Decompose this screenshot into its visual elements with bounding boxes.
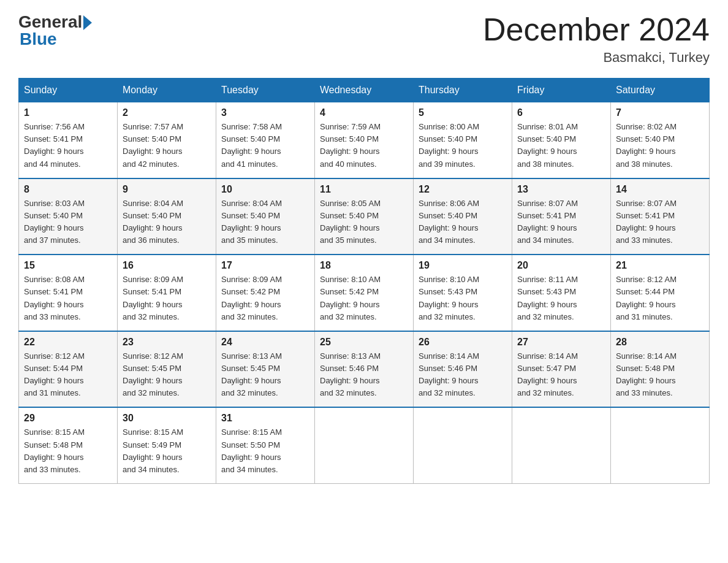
calendar-cell: 2 Sunrise: 7:57 AMSunset: 5:40 PMDayligh… [118, 102, 216, 178]
calendar-week-row: 8 Sunrise: 8:03 AMSunset: 5:40 PMDayligh… [19, 178, 710, 255]
calendar-header-row: SundayMondayTuesdayWednesdayThursdayFrid… [19, 79, 710, 102]
day-info: Sunrise: 7:57 AMSunset: 5:40 PMDaylight:… [123, 122, 183, 168]
logo: General Blue [18, 12, 92, 49]
day-info: Sunrise: 8:05 AMSunset: 5:40 PMDaylight:… [320, 199, 381, 245]
calendar-cell: 11 Sunrise: 8:05 AMSunset: 5:40 PMDaylig… [315, 178, 414, 255]
day-info: Sunrise: 8:00 AMSunset: 5:40 PMDaylight:… [419, 122, 479, 168]
day-number: 17 [221, 260, 309, 271]
calendar-header-tuesday: Tuesday [216, 79, 315, 102]
day-info: Sunrise: 8:07 AMSunset: 5:41 PMDaylight:… [517, 199, 578, 245]
day-number: 23 [123, 337, 211, 348]
day-info: Sunrise: 8:12 AMSunset: 5:45 PMDaylight:… [123, 351, 183, 397]
page-header: General Blue December 2024 Basmakci, Tur… [18, 12, 710, 66]
calendar-cell [512, 407, 611, 483]
calendar-cell: 16 Sunrise: 8:09 AMSunset: 5:41 PMDaylig… [118, 255, 216, 331]
calendar-cell: 8 Sunrise: 8:03 AMSunset: 5:40 PMDayligh… [19, 178, 118, 255]
day-info: Sunrise: 8:15 AMSunset: 5:49 PMDaylight:… [123, 427, 183, 473]
calendar-cell: 17 Sunrise: 8:09 AMSunset: 5:42 PMDaylig… [216, 255, 315, 331]
day-number: 2 [123, 107, 211, 118]
calendar-cell: 23 Sunrise: 8:12 AMSunset: 5:45 PMDaylig… [118, 331, 216, 408]
calendar-cell: 7 Sunrise: 8:02 AMSunset: 5:40 PMDayligh… [611, 102, 710, 178]
calendar-cell [611, 407, 710, 483]
day-number: 18 [320, 260, 408, 271]
day-number: 21 [616, 260, 704, 271]
logo-blue-text: Blue [20, 29, 57, 49]
calendar-header-saturday: Saturday [611, 79, 710, 102]
calendar-cell: 24 Sunrise: 8:13 AMSunset: 5:45 PMDaylig… [216, 331, 315, 408]
day-info: Sunrise: 8:14 AMSunset: 5:48 PMDaylight:… [616, 351, 677, 397]
day-number: 6 [517, 107, 605, 118]
day-number: 30 [123, 413, 211, 424]
title-block: December 2024 Basmakci, Turkey [483, 12, 710, 66]
day-number: 16 [123, 260, 211, 271]
day-info: Sunrise: 8:11 AMSunset: 5:43 PMDaylight:… [517, 275, 578, 321]
day-info: Sunrise: 8:10 AMSunset: 5:43 PMDaylight:… [419, 275, 479, 321]
calendar-cell: 5 Sunrise: 8:00 AMSunset: 5:40 PMDayligh… [414, 102, 512, 178]
calendar-week-row: 29 Sunrise: 8:15 AMSunset: 5:48 PMDaylig… [19, 407, 710, 483]
calendar-cell: 27 Sunrise: 8:14 AMSunset: 5:47 PMDaylig… [512, 331, 611, 408]
day-number: 27 [517, 337, 605, 348]
day-number: 8 [24, 184, 112, 195]
day-number: 11 [320, 184, 408, 195]
calendar-cell: 4 Sunrise: 7:59 AMSunset: 5:40 PMDayligh… [315, 102, 414, 178]
calendar-cell: 12 Sunrise: 8:06 AMSunset: 5:40 PMDaylig… [414, 178, 512, 255]
day-number: 19 [419, 260, 507, 271]
calendar-header-sunday: Sunday [19, 79, 118, 102]
calendar-cell: 13 Sunrise: 8:07 AMSunset: 5:41 PMDaylig… [512, 178, 611, 255]
calendar-cell: 21 Sunrise: 8:12 AMSunset: 5:44 PMDaylig… [611, 255, 710, 331]
day-number: 1 [24, 107, 112, 118]
day-info: Sunrise: 8:09 AMSunset: 5:41 PMDaylight:… [123, 275, 183, 321]
day-info: Sunrise: 8:01 AMSunset: 5:40 PMDaylight:… [517, 122, 578, 168]
calendar-cell: 30 Sunrise: 8:15 AMSunset: 5:49 PMDaylig… [118, 407, 216, 483]
calendar-week-row: 22 Sunrise: 8:12 AMSunset: 5:44 PMDaylig… [19, 331, 710, 408]
calendar-cell: 25 Sunrise: 8:13 AMSunset: 5:46 PMDaylig… [315, 331, 414, 408]
calendar-week-row: 15 Sunrise: 8:08 AMSunset: 5:41 PMDaylig… [19, 255, 710, 331]
day-info: Sunrise: 8:14 AMSunset: 5:47 PMDaylight:… [517, 351, 578, 397]
calendar-cell: 28 Sunrise: 8:14 AMSunset: 5:48 PMDaylig… [611, 331, 710, 408]
day-info: Sunrise: 8:13 AMSunset: 5:45 PMDaylight:… [221, 351, 282, 397]
day-info: Sunrise: 8:07 AMSunset: 5:41 PMDaylight:… [616, 199, 677, 245]
day-number: 26 [419, 337, 507, 348]
day-number: 31 [221, 413, 309, 424]
day-number: 14 [616, 184, 704, 195]
day-number: 4 [320, 107, 408, 118]
day-info: Sunrise: 8:08 AMSunset: 5:41 PMDaylight:… [24, 275, 85, 321]
calendar-cell [414, 407, 512, 483]
day-number: 28 [616, 337, 704, 348]
day-number: 25 [320, 337, 408, 348]
day-info: Sunrise: 8:15 AMSunset: 5:48 PMDaylight:… [24, 427, 85, 473]
day-info: Sunrise: 7:59 AMSunset: 5:40 PMDaylight:… [320, 122, 381, 168]
day-number: 22 [24, 337, 112, 348]
day-number: 10 [221, 184, 309, 195]
calendar-cell: 22 Sunrise: 8:12 AMSunset: 5:44 PMDaylig… [19, 331, 118, 408]
calendar-cell: 31 Sunrise: 8:15 AMSunset: 5:50 PMDaylig… [216, 407, 315, 483]
calendar-table: SundayMondayTuesdayWednesdayThursdayFrid… [18, 78, 710, 484]
calendar-cell: 19 Sunrise: 8:10 AMSunset: 5:43 PMDaylig… [414, 255, 512, 331]
calendar-week-row: 1 Sunrise: 7:56 AMSunset: 5:41 PMDayligh… [19, 102, 710, 178]
day-number: 7 [616, 107, 704, 118]
logo-arrow-icon [83, 15, 92, 30]
calendar-header-friday: Friday [512, 79, 611, 102]
day-info: Sunrise: 8:12 AMSunset: 5:44 PMDaylight:… [24, 351, 85, 397]
calendar-header-monday: Monday [118, 79, 216, 102]
day-info: Sunrise: 8:10 AMSunset: 5:42 PMDaylight:… [320, 275, 381, 321]
day-info: Sunrise: 8:04 AMSunset: 5:40 PMDaylight:… [221, 199, 282, 245]
day-info: Sunrise: 8:03 AMSunset: 5:40 PMDaylight:… [24, 199, 85, 245]
day-info: Sunrise: 7:56 AMSunset: 5:41 PMDaylight:… [24, 122, 85, 168]
calendar-cell: 15 Sunrise: 8:08 AMSunset: 5:41 PMDaylig… [19, 255, 118, 331]
calendar-header-wednesday: Wednesday [315, 79, 414, 102]
calendar-cell: 3 Sunrise: 7:58 AMSunset: 5:40 PMDayligh… [216, 102, 315, 178]
day-info: Sunrise: 7:58 AMSunset: 5:40 PMDaylight:… [221, 122, 282, 168]
day-info: Sunrise: 8:15 AMSunset: 5:50 PMDaylight:… [221, 427, 282, 473]
calendar-cell: 9 Sunrise: 8:04 AMSunset: 5:40 PMDayligh… [118, 178, 216, 255]
calendar-cell: 26 Sunrise: 8:14 AMSunset: 5:46 PMDaylig… [414, 331, 512, 408]
calendar-header-thursday: Thursday [414, 79, 512, 102]
calendar-cell [315, 407, 414, 483]
day-number: 15 [24, 260, 112, 271]
day-number: 13 [517, 184, 605, 195]
day-number: 9 [123, 184, 211, 195]
day-info: Sunrise: 8:13 AMSunset: 5:46 PMDaylight:… [320, 351, 381, 397]
day-number: 3 [221, 107, 309, 118]
day-info: Sunrise: 8:04 AMSunset: 5:40 PMDaylight:… [123, 199, 183, 245]
calendar-cell: 14 Sunrise: 8:07 AMSunset: 5:41 PMDaylig… [611, 178, 710, 255]
